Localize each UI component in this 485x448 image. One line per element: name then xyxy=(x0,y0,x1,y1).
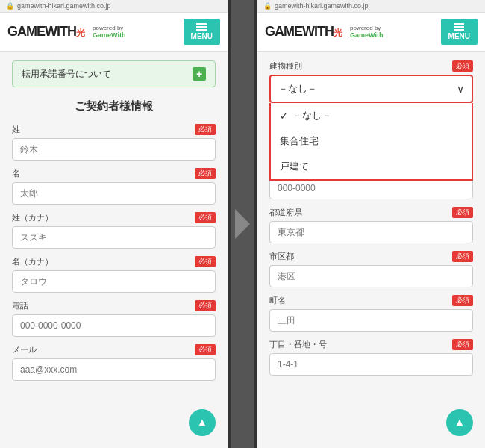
required-town: 必須 xyxy=(452,295,473,306)
form-group-city: 市区都 必須 xyxy=(269,251,473,287)
required-sei-kana: 必須 xyxy=(195,212,216,223)
label-prefecture: 都道府県 xyxy=(269,207,302,218)
dropdown-menu[interactable]: ✓ －なし－ 集合住宅 戸建て xyxy=(269,103,473,181)
required-sei: 必須 xyxy=(195,124,216,135)
hamburger-icon-left xyxy=(196,23,207,31)
logo-area-left: GAMEWITH光 powered by GameWith xyxy=(7,24,125,40)
input-mail[interactable] xyxy=(12,358,216,381)
required-city: 必須 xyxy=(452,251,473,262)
menu-button-right[interactable]: MENU xyxy=(441,19,478,45)
label-city: 市区都 xyxy=(269,251,294,262)
required-building: 必須 xyxy=(452,60,473,72)
label-sei: 姓 xyxy=(12,124,20,135)
option-label-apartment: 集合住宅 xyxy=(280,134,319,148)
input-sei-kana[interactable] xyxy=(12,226,216,249)
url-bar-left: 🔒 gamewith-hikari.gamewith.co.jp xyxy=(0,0,228,13)
logo-main-right: GAMEWITH光 xyxy=(265,24,342,40)
form-group-mei-kana: 名（カナ） 必須 xyxy=(12,256,216,293)
form-group-address-detail: 丁目・番地・号 必須 xyxy=(269,339,473,376)
dropdown-box[interactable]: －なし－ ∨ xyxy=(269,75,473,103)
url-bar-right: 🔒 gamewith-hikari.gamewith.co.jp xyxy=(257,0,485,13)
required-tel: 必須 xyxy=(195,300,216,311)
right-content: 建物種別 必須 －なし－ ∨ ✓ －なし－ 集合住宅 xyxy=(257,52,485,448)
scroll-top-button-left[interactable]: ▲ xyxy=(189,409,216,436)
label-tel: 電話 xyxy=(12,300,28,311)
logo-area-right: GAMEWITH光 powered by GameWith xyxy=(265,24,383,40)
form-group-town: 町名 必須 xyxy=(269,295,473,332)
form-group-tel: 電話 必須 xyxy=(12,300,216,337)
input-tel[interactable] xyxy=(12,314,216,337)
form-group-sei: 姓 必須 xyxy=(12,124,216,161)
label-mail: メール xyxy=(12,344,37,355)
notice-box[interactable]: 転用承諾番号について + xyxy=(12,60,216,87)
header-left: GAMEWITH光 powered by GameWith MENU xyxy=(0,13,228,52)
powered-area-right: powered by GameWith xyxy=(350,25,383,39)
scroll-top-icon-left: ▲ xyxy=(196,416,208,429)
label-town: 町名 xyxy=(269,295,286,306)
dropdown-option-apartment[interactable]: 集合住宅 xyxy=(271,128,472,154)
left-content: 転用承諾番号について + ご契約者様情報 姓 必須 名 必須 姓（カナ） 必須 xyxy=(0,52,228,448)
powered-area-left: powered by GameWith xyxy=(93,25,125,39)
dropdown-container: －なし－ ∨ ✓ －なし－ 集合住宅 戸建て xyxy=(269,75,473,103)
url-text-left: gamewith-hikari.gamewith.co.jp xyxy=(17,2,111,10)
arrow-divider xyxy=(231,0,254,448)
label-address-detail: 丁目・番地・号 xyxy=(269,339,327,350)
url-text-right: gamewith-hikari.gamewith.co.jp xyxy=(275,2,369,10)
logo-main-left: GAMEWITH光 xyxy=(7,24,85,40)
header-right: GAMEWITH光 powered by GameWith MENU xyxy=(257,13,485,52)
label-mei-kana: 名（カナ） xyxy=(12,256,53,267)
input-city[interactable] xyxy=(269,265,473,287)
input-sei[interactable] xyxy=(12,138,216,161)
arrow-right-icon xyxy=(235,209,250,239)
dropdown-selected-value: －なし－ xyxy=(278,82,317,96)
label-building: 建物種別 xyxy=(269,60,302,72)
lock-icon-left: 🔒 xyxy=(6,2,14,10)
form-group-prefecture: 都道府県 必須 xyxy=(269,207,473,243)
option-label-house: 戸建て xyxy=(280,160,309,173)
form-group-sei-kana: 姓（カナ） 必須 xyxy=(12,212,216,249)
menu-button-left[interactable]: MENU xyxy=(184,19,220,45)
dropdown-option-house[interactable]: 戸建て xyxy=(271,154,472,179)
required-prefecture: 必須 xyxy=(452,207,473,218)
input-town[interactable] xyxy=(269,309,473,332)
required-address-detail: 必須 xyxy=(452,339,473,350)
lock-icon-right: 🔒 xyxy=(263,2,272,10)
section-title: ご契約者様情報 xyxy=(12,99,216,113)
input-mei[interactable] xyxy=(12,182,216,205)
required-mei-kana: 必須 xyxy=(195,256,216,267)
input-prefecture[interactable] xyxy=(269,221,473,243)
check-icon: ✓ xyxy=(280,111,288,122)
scroll-top-icon-right: ▲ xyxy=(454,416,466,429)
dropdown-option-nashi[interactable]: ✓ －なし－ xyxy=(271,103,472,128)
right-panel: 🔒 gamewith-hikari.gamewith.co.jp GAMEWIT… xyxy=(254,0,485,448)
form-group-mei: 名 必須 xyxy=(12,168,216,205)
label-mei: 名 xyxy=(12,168,20,179)
form-group-mail: メール 必須 xyxy=(12,344,216,381)
plus-icon[interactable]: + xyxy=(193,67,206,81)
form-group-building: 建物種別 必須 －なし－ ∨ ✓ －なし－ 集合住宅 xyxy=(269,60,473,103)
input-address-detail[interactable] xyxy=(269,353,473,376)
label-sei-kana: 姓（カナ） xyxy=(12,212,53,223)
required-mei: 必須 xyxy=(195,168,216,179)
required-mail: 必須 xyxy=(195,344,216,355)
option-label-nashi: －なし－ xyxy=(292,109,331,122)
scroll-top-button-right[interactable]: ▲ xyxy=(446,409,473,436)
chevron-down-icon: ∨ xyxy=(457,83,464,95)
input-mei-kana[interactable] xyxy=(12,270,216,293)
left-panel: 🔒 gamewith-hikari.gamewith.co.jp GAMEWIT… xyxy=(0,0,231,448)
hamburger-icon-right xyxy=(454,23,464,31)
notice-text: 転用承諾番号について xyxy=(22,68,111,81)
